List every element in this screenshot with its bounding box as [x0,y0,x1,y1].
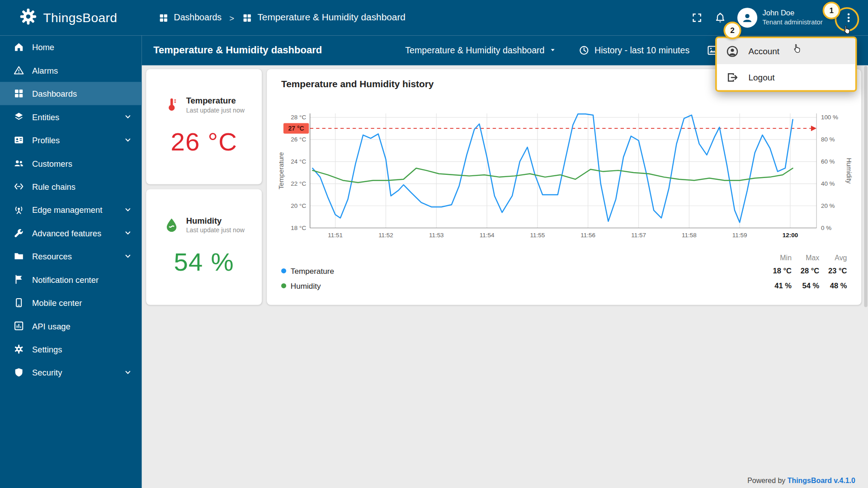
sidebar: HomeAlarmsDashboardsEntitiesProfilesCust… [0,35,142,488]
temperature-card: Temperature Last update just now 26 °C [146,69,262,184]
powered-by-text: Powered by [747,476,785,484]
humidity-value: 54 % [146,247,262,277]
legend-series-name: Temperature [291,267,334,276]
sidebar-item-security[interactable]: Security [0,361,142,384]
series-temperature [312,114,793,222]
chevron-down-icon [123,205,133,215]
logo-gear-icon [19,7,38,28]
user-info: John Doe Tenant administrator [762,9,822,27]
legend-stat: 48 % [819,282,847,290]
sidebar-item-label: Edge management [32,205,123,215]
sidebar-item-settings[interactable]: Settings [0,338,142,361]
tutorial-step-1-badge: 1 [823,2,840,19]
home-icon [13,42,24,52]
temperature-card-subtitle: Last update just now [186,107,245,113]
advanced-features-icon [13,227,24,238]
humidity-card-title: Humidity [186,216,245,225]
svg-text:40 %: 40 % [821,180,835,187]
svg-text:24 °C: 24 °C [291,158,306,165]
dashboards-icon [13,88,24,99]
sidebar-item-rule-chains[interactable]: Rule chains [0,175,142,198]
chevron-down-icon [123,367,133,377]
humidity-card: Humidity Last update just now 54 % [146,189,262,305]
sidebar-item-entities[interactable]: Entities [0,105,142,128]
avatar[interactable] [737,8,757,28]
svg-text:11:55: 11:55 [530,232,545,239]
breadcrumb-item-temperature-humidity-dashboard[interactable]: Temperature & Humidity dashboard [242,12,406,23]
legend-col-header: Max [792,253,819,261]
sidebar-item-mobile-center[interactable]: Mobile center [0,291,142,314]
dashboard-select[interactable]: Temperature & Humidity dashboard [405,45,556,55]
sidebar-item-home[interactable]: Home [0,35,142,58]
breadcrumb-separator: > [229,13,234,23]
legend-stat: 18 °C [764,267,792,275]
mouse-cursor-icon [840,23,853,35]
legend-row-humidity[interactable]: Humidity41 %54 %48 % [281,278,847,293]
temperature-card-titles: Temperature Last update just now [186,96,245,113]
sidebar-item-label: Entities [32,112,123,122]
sidebar-item-resources[interactable]: Resources [0,244,142,267]
svg-text:27 °C: 27 °C [288,125,304,132]
rule-chains-icon [13,181,24,192]
api-usage-icon [13,320,24,331]
svg-text:20 %: 20 % [821,202,835,209]
temperature-card-header: Temperature Last update just now [146,69,262,113]
sidebar-item-notification-center[interactable]: Notification center [0,268,142,291]
user-menu-item-account[interactable]: Account [717,38,855,64]
svg-text:60 %: 60 % [821,158,835,165]
breadcrumb-item-dashboards[interactable]: Dashboards [158,13,222,23]
dashboard-select-value: Temperature & Humidity dashboard [405,45,544,55]
svg-text:80 %: 80 % [821,136,835,143]
user-menu-item-logout[interactable]: Logout [717,64,855,90]
fullscreen-button[interactable] [685,6,708,29]
sidebar-item-label: Mobile center [32,298,137,307]
svg-text:100 %: 100 % [821,114,838,121]
user-dropdown-menu: AccountLogout [715,37,857,92]
thingsboard-logo[interactable]: ThingsBoard [0,7,143,28]
sidebar-item-customers[interactable]: Customers [0,152,142,175]
timewindow-button[interactable]: History - last 10 minutes [579,45,690,56]
sidebar-item-api-usage[interactable]: API usage [0,314,142,338]
sidebar-item-edge-management[interactable]: Edge management [0,198,142,221]
svg-text:26 °C: 26 °C [291,136,306,143]
vertical-scrollbar[interactable] [864,66,867,307]
legend-stat: 23 °C [819,267,847,275]
customers-icon [13,158,24,169]
legend-col-header: Avg [819,253,847,261]
svg-text:18 °C: 18 °C [291,225,306,231]
entities-icon [13,111,24,122]
sidebar-item-label: Customers [32,159,137,168]
sidebar-item-label: Notification center [32,275,137,284]
tutorial-step-2-badge: 2 [723,22,741,39]
legend-col-header: Min [764,253,792,261]
sidebar-item-alarms[interactable]: Alarms [0,59,142,82]
sidebar-item-dashboards[interactable]: Dashboards [0,82,142,105]
sidebar-item-label: API usage [32,321,137,331]
alarms-icon [13,65,24,75]
sidebar-item-label: Alarms [32,66,137,75]
svg-text:11:59: 11:59 [732,232,747,239]
sidebar-item-label: Advanced features [32,228,123,238]
sidebar-item-label: Resources [32,252,123,261]
dashboard-title: Temperature & Humidity dashboard [153,45,322,56]
chart-card: Temperature and Humidity history 11:5111… [267,69,861,305]
legend-header-row: MinMaxAvg [281,251,847,263]
thingsboard-version-link[interactable]: ThingsBoard v.4.1.0 [788,476,855,484]
svg-text:11:51: 11:51 [328,232,343,239]
svg-text:20 °C: 20 °C [291,202,306,209]
thingsboard-app: ThingsBoard Dashboards>Temperature & Hum… [0,0,868,488]
legend-row-temperature[interactable]: Temperature18 °C28 °C23 °C [281,263,847,278]
water-drop-icon [164,216,180,234]
chevron-down-icon [123,135,133,145]
chart-legend: MinMaxAvgTemperature18 °C28 °C23 °CHumid… [281,251,847,293]
sidebar-item-profiles[interactable]: Profiles [0,128,142,151]
timewindow-label: History - last 10 minutes [594,45,689,55]
dashboards-icon [242,13,252,23]
account-icon [726,45,739,58]
legend-stat: 28 °C [792,267,819,275]
sidebar-item-label: Home [32,42,137,52]
sidebar-item-label: Profiles [32,135,123,145]
svg-text:11:57: 11:57 [631,232,646,239]
thermometer-icon [164,96,180,113]
sidebar-item-advanced-features[interactable]: Advanced features [0,221,142,244]
